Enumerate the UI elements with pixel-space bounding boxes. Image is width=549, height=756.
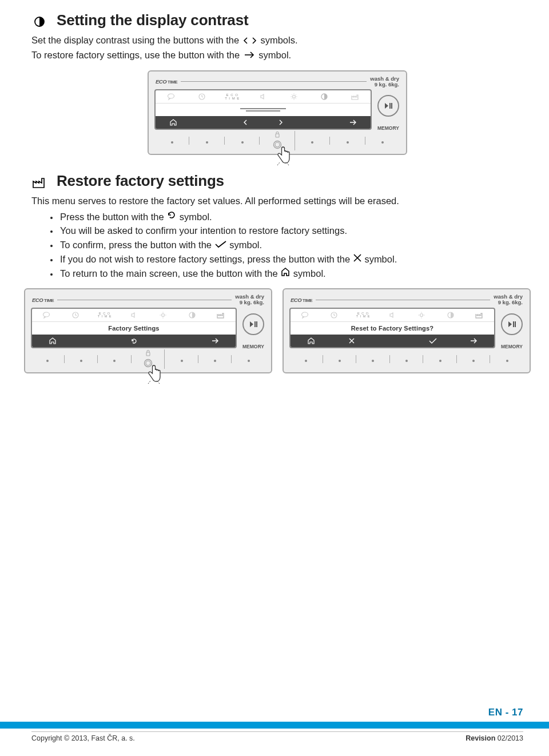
factory-icon <box>31 176 47 189</box>
contrast-line-1: Set the display contrast using the butto… <box>31 34 523 47</box>
contrast-line-2: To restore factory settings, use the but… <box>31 49 523 62</box>
contrast-icon <box>31 16 47 27</box>
brand-text: ECO <box>291 297 301 303</box>
chevron-right-icon[interactable] <box>276 118 285 127</box>
panel-phys-button[interactable] <box>506 360 508 362</box>
svg-point-34 <box>302 312 308 317</box>
panel-phys-button[interactable] <box>311 141 313 144</box>
section-title-factory: Restore factory settings <box>57 172 224 190</box>
appliance-panel-contrast: ECOTIME wash & dry9 kg. 6kg. E C O T I M… <box>148 70 407 156</box>
panel-phys-button[interactable] <box>248 360 250 362</box>
panel-phys-button[interactable] <box>372 360 374 362</box>
brand-text: ECO <box>32 297 43 303</box>
factory-icon-small <box>217 311 225 319</box>
refresh-icon <box>166 212 180 222</box>
screen-content-text: Factory Settings <box>32 322 236 335</box>
svg-point-4 <box>292 96 295 98</box>
panel-phys-button[interactable] <box>80 360 82 362</box>
sun-icon <box>290 93 298 101</box>
speaker-icon <box>259 93 267 101</box>
svg-line-12 <box>292 98 292 99</box>
arrow-right-icon[interactable] <box>348 118 357 127</box>
text: To restore factory settings, use the but… <box>31 50 240 60</box>
screen-top-icons: E C O T I M E <box>156 90 371 104</box>
copyright-text: Copyright © 2013, Fast ČR, a. s. <box>31 734 135 742</box>
home-icon <box>280 268 293 278</box>
svg-line-10 <box>295 98 296 99</box>
text: Press the button with the <box>60 212 164 222</box>
panel-phys-button[interactable] <box>472 360 475 362</box>
text: symbol. <box>229 240 262 250</box>
text: To confirm, press the button with the <box>60 240 212 250</box>
play-pause-button[interactable] <box>242 313 264 335</box>
page-indicator: EN - 17 <box>488 707 523 718</box>
svg-rect-31 <box>146 352 150 356</box>
home-icon[interactable] <box>169 118 178 127</box>
panel-phys-button[interactable] <box>339 360 341 362</box>
finger-pointer-icon <box>145 363 162 387</box>
panel-phys-button[interactable] <box>181 360 183 362</box>
washdry-weights: 9 kg. 6kg. <box>498 299 523 305</box>
svg-rect-43 <box>513 321 514 327</box>
checkmark-icon[interactable] <box>428 336 437 345</box>
svg-point-20 <box>43 312 50 317</box>
text: To return to the main screen, use the bu… <box>60 268 278 278</box>
arrow-right-icon[interactable] <box>210 336 220 345</box>
cross-icon <box>353 254 365 264</box>
screen-content-contrast <box>156 104 371 116</box>
contrast-icon-small <box>320 93 328 101</box>
revision-text: Revision 02/2013 <box>466 734 523 742</box>
bullet-3: To confirm, press the button with the sy… <box>59 238 523 252</box>
text: symbol. <box>258 50 291 60</box>
finger-pointer-icon <box>274 145 292 169</box>
play-pause-button[interactable] <box>377 95 399 117</box>
brand-sub: TIME <box>168 79 177 85</box>
panel-phys-button[interactable] <box>405 360 408 362</box>
svg-rect-15 <box>389 103 391 109</box>
screen-top-icons: E C O T I M E <box>32 309 236 322</box>
arrow-right-icon[interactable] <box>469 336 478 345</box>
cross-icon[interactable] <box>347 336 356 345</box>
panel-phys-button[interactable] <box>46 360 49 362</box>
svg-rect-29 <box>254 321 256 327</box>
text: symbols. <box>260 35 297 45</box>
panel-phys-button[interactable] <box>171 141 173 144</box>
panel-phys-button[interactable] <box>381 141 384 144</box>
text: symbol. <box>180 212 212 222</box>
text: Set the display contrast using the butto… <box>31 35 239 45</box>
panel-phys-button[interactable] <box>347 141 349 144</box>
panel-phys-button[interactable] <box>206 141 208 144</box>
svg-line-11 <box>295 95 296 96</box>
refresh-icon[interactable] <box>129 336 138 345</box>
svg-line-9 <box>292 95 292 96</box>
washdry-weights: 9 kg. 6kg. <box>240 299 264 305</box>
panel-phys-button[interactable] <box>214 360 216 362</box>
memory-label: MEMORY <box>242 344 264 349</box>
play-pause-button[interactable] <box>501 313 523 335</box>
arrow-right-icon <box>244 49 255 62</box>
panel-phys-button[interactable] <box>305 360 307 362</box>
brand-sub: TIME <box>303 298 312 303</box>
brand-text: ECO <box>156 78 166 85</box>
screen-nav-row <box>156 116 371 129</box>
text: symbol. <box>293 268 326 278</box>
home-icon[interactable] <box>307 336 316 345</box>
factory-intro: This menu serves to restore the factory … <box>31 194 523 207</box>
factory-icon-small <box>351 93 359 101</box>
chevron-left-right-icon <box>243 35 257 47</box>
home-icon[interactable] <box>48 336 57 345</box>
text: If you do not wish to restore factory se… <box>60 254 350 264</box>
svg-rect-44 <box>515 321 516 327</box>
chevron-left-icon[interactable] <box>241 118 250 127</box>
panel-phys-button[interactable] <box>241 141 244 144</box>
panel-phys-button[interactable] <box>113 360 116 362</box>
svg-rect-16 <box>391 103 392 109</box>
section-title-contrast: Setting the display contrast <box>57 11 248 29</box>
screen-top-icons: E C O T I M E <box>291 309 494 322</box>
footer-band <box>0 722 549 729</box>
panel-phys-button[interactable] <box>439 360 441 362</box>
bullet-1: Press the button with the symbol. <box>59 210 523 224</box>
appliance-panel-factory: ECOTIME wash & dry9 kg. 6kg. E C O T I M… <box>24 288 272 373</box>
eco-time-label: E C O T I M E <box>228 93 236 101</box>
bullet-2: You will be asked to confirm your intent… <box>59 224 523 238</box>
